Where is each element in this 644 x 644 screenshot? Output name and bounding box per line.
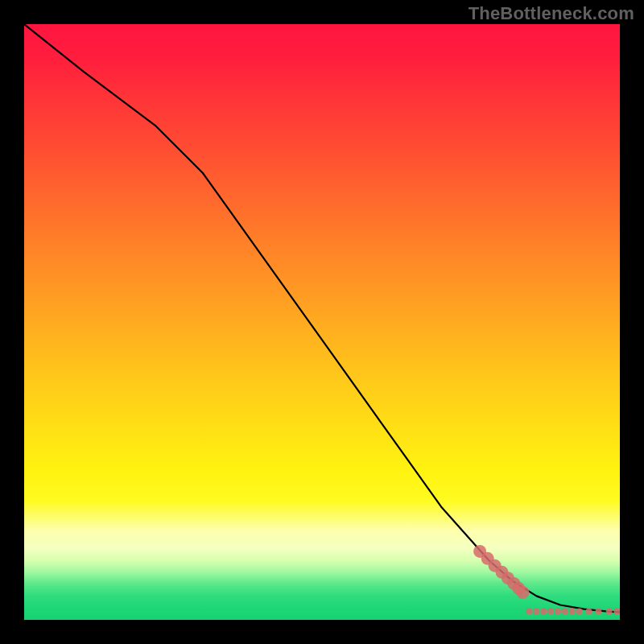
data-point — [586, 609, 592, 615]
watermark-text: TheBottleneck.com — [469, 3, 634, 24]
data-point — [613, 609, 620, 615]
chart-stage: TheBottleneck.com — [0, 0, 644, 644]
data-point — [555, 609, 561, 615]
data-point — [569, 609, 576, 615]
data-point — [606, 609, 613, 615]
overlay-svg — [24, 24, 620, 620]
plot-area — [24, 24, 620, 620]
data-point — [540, 609, 547, 615]
data-point — [562, 609, 568, 615]
data-point — [547, 609, 554, 615]
data-point — [595, 609, 601, 615]
data-point — [526, 609, 533, 615]
data-point — [533, 609, 539, 615]
data-point — [516, 586, 529, 599]
data-point — [576, 609, 583, 615]
data-points — [473, 545, 620, 615]
bottleneck-curve — [24, 24, 620, 612]
